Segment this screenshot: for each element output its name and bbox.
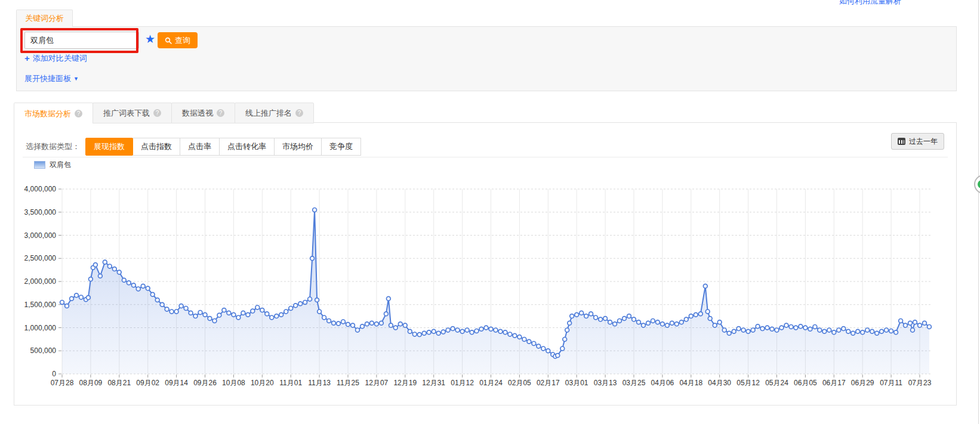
floating-widget-icon [978, 180, 980, 188]
svg-text:06月05: 06月05 [794, 379, 817, 387]
tab-label: 线上推广排名 [245, 103, 292, 123]
svg-text:01月12: 01月12 [451, 379, 474, 387]
svg-text:1,000,000: 1,000,000 [24, 324, 57, 332]
help-circle-icon[interactable]: ? [217, 109, 224, 117]
svg-text:08月21: 08月21 [107, 379, 131, 387]
scrollbar[interactable] [978, 0, 979, 424]
svg-text:3,500,000: 3,500,000 [24, 208, 57, 216]
svg-text:06月29: 06月29 [851, 379, 874, 387]
svg-text:02月05: 02月05 [508, 379, 531, 387]
svg-text:04月18: 04月18 [679, 379, 702, 387]
keyword-input[interactable] [24, 32, 139, 49]
svg-text:09月26: 09月26 [193, 379, 217, 387]
star-icon[interactable]: ★ [145, 32, 155, 47]
query-button[interactable]: 查询 [158, 32, 198, 48]
svg-text:500,000: 500,000 [30, 346, 57, 355]
svg-text:03月01: 03月01 [565, 379, 588, 387]
expand-quick-panel-link[interactable]: 展开快捷面板 ▼ [24, 73, 79, 84]
svg-text:12月31: 12月31 [422, 379, 445, 387]
tab-market-data-analysis[interactable]: 市场数据分析 ? [14, 103, 93, 123]
add-compare-label: 添加对比关键词 [33, 53, 87, 64]
tab-data-perspective[interactable]: 数据透视 ? [171, 103, 235, 123]
svg-text:06月17: 06月17 [822, 379, 846, 387]
tab-label: 市场数据分析 [24, 104, 71, 123]
chevron-down-icon: ▼ [73, 76, 79, 82]
svg-text:09月02: 09月02 [136, 379, 159, 387]
svg-text:12月19: 12月19 [393, 379, 417, 387]
tab-label: 推广词表下载 [103, 103, 150, 123]
svg-text:05月24: 05月24 [765, 379, 788, 387]
help-circle-icon[interactable]: ? [153, 109, 161, 117]
svg-text:10月20: 10月20 [251, 379, 274, 387]
svg-text:2,500,000: 2,500,000 [24, 254, 57, 262]
tab-keyword-analysis[interactable]: 关键词分析 [16, 10, 73, 27]
search-icon [165, 37, 172, 44]
svg-text:07月28: 07月28 [51, 379, 74, 387]
svg-text:07月23: 07月23 [908, 379, 932, 387]
query-button-label: 查询 [175, 35, 190, 46]
help-link[interactable]: 如何利用流量解析 [839, 0, 901, 7]
svg-text:02月17: 02月17 [537, 379, 560, 387]
svg-text:1,500,000: 1,500,000 [24, 301, 57, 309]
keyword-panel: ★ 查询 + 添加对比关键词 展开快捷面板 ▼ [16, 26, 957, 91]
svg-text:03月25: 03月25 [622, 379, 646, 387]
svg-text:01月24: 01月24 [479, 379, 503, 387]
chart-panel: 选择数据类型： 展现指数 点击指数 点击率 点击转化率 市场均价 竞争度 过去一… [14, 122, 957, 406]
svg-text:2,000,000: 2,000,000 [24, 277, 57, 286]
svg-text:11月01: 11月01 [279, 379, 302, 387]
tab-online-promo-ranking[interactable]: 线上推广排名 ? [235, 103, 314, 123]
svg-text:11月25: 11月25 [337, 379, 359, 387]
tab-label: 数据透视 [182, 103, 213, 123]
floating-widget[interactable] [974, 175, 980, 194]
add-compare-keyword-link[interactable]: + 添加对比关键词 [24, 53, 87, 64]
expand-panel-label: 展开快捷面板 [24, 73, 71, 84]
help-circle-icon[interactable]: ? [295, 109, 303, 117]
svg-text:04月06: 04月06 [651, 379, 674, 387]
svg-text:12月07: 12月07 [365, 379, 389, 387]
svg-text:08月09: 08月09 [79, 379, 103, 387]
svg-text:03月13: 03月13 [594, 379, 617, 387]
svg-text:10月08: 10月08 [222, 379, 245, 387]
plus-icon: + [24, 54, 30, 63]
svg-text:07月11: 07月11 [880, 379, 902, 387]
svg-text:4,000,000: 4,000,000 [24, 185, 57, 193]
svg-text:0: 0 [52, 370, 56, 378]
analysis-tab-bar: 市场数据分析 ? 推广词表下载 ? 数据透视 ? 线上推广排名 ? [14, 103, 314, 123]
svg-text:09月14: 09月14 [165, 379, 188, 387]
svg-text:05月12: 05月12 [736, 379, 760, 387]
help-circle-icon[interactable]: ? [75, 110, 82, 117]
chip-impression-index[interactable]: 展现指数 [85, 138, 133, 156]
svg-text:11月13: 11月13 [308, 379, 331, 387]
svg-text:04月30: 04月30 [708, 379, 731, 387]
svg-text:3,000,000: 3,000,000 [24, 231, 57, 240]
tab-promo-wordlist-download[interactable]: 推广词表下载 ? [93, 103, 172, 123]
market-chart[interactable]: 07月2808月0908月2109月0209月1409月2610月0810月20… [14, 123, 956, 405]
